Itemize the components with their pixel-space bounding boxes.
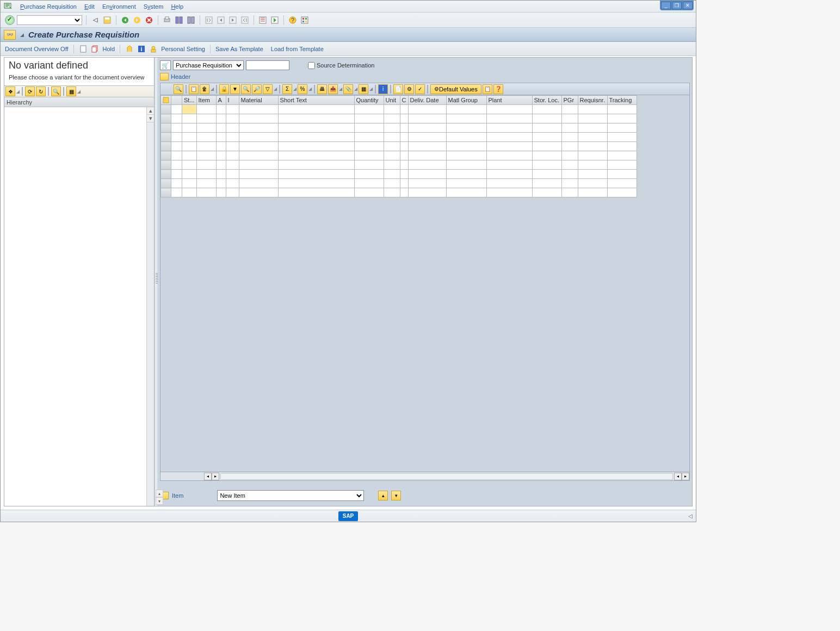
cart-icon[interactable]: 🛒: [160, 60, 171, 70]
cell[interactable]: [354, 105, 384, 114]
grid-horizontal-scrollbar[interactable]: ◂▸ ◂▸: [160, 472, 689, 480]
personal-setting-icon[interactable]: [149, 45, 158, 53]
cell[interactable]: [607, 170, 637, 179]
cell[interactable]: [182, 179, 197, 188]
source-determination-checkbox[interactable]: Source Determination: [308, 62, 374, 69]
delete-icon[interactable]: 🗑: [200, 84, 209, 94]
col-7[interactable]: Quantity: [354, 96, 384, 105]
cell[interactable]: [486, 179, 532, 188]
help2-icon[interactable]: ❓: [493, 84, 503, 94]
cell[interactable]: [226, 123, 239, 133]
cell[interactable]: [561, 188, 578, 197]
find-var-icon[interactable]: 🔍: [51, 86, 61, 96]
cell[interactable]: [384, 142, 400, 151]
item-grid[interactable]: St...ItemAIMaterialShort TextQuantityUni…: [160, 95, 689, 472]
cell[interactable]: [196, 133, 216, 142]
cell[interactable]: [384, 188, 400, 197]
cell[interactable]: [354, 151, 384, 160]
cell[interactable]: [607, 133, 637, 142]
cell[interactable]: [171, 114, 182, 123]
cell[interactable]: [561, 105, 578, 114]
cell[interactable]: [354, 170, 384, 179]
cell[interactable]: [607, 123, 637, 133]
col-15[interactable]: Requisnr.: [578, 96, 607, 105]
cancel-icon[interactable]: [144, 15, 154, 25]
create-session-icon[interactable]: [258, 15, 268, 25]
cell[interactable]: [400, 142, 408, 151]
cell[interactable]: [578, 142, 607, 151]
cell[interactable]: [216, 160, 226, 170]
item-next-button[interactable]: ▾: [391, 491, 401, 500]
cell[interactable]: [486, 133, 532, 142]
row-header[interactable]: [161, 160, 171, 170]
cell[interactable]: [607, 114, 637, 123]
cell[interactable]: [239, 114, 278, 123]
cell[interactable]: [196, 179, 216, 188]
col-11[interactable]: Matl Group: [446, 96, 486, 105]
cell[interactable]: [400, 105, 408, 114]
cell[interactable]: [226, 151, 239, 160]
cell[interactable]: [578, 188, 607, 197]
cell[interactable]: [408, 170, 446, 179]
cell[interactable]: [578, 179, 607, 188]
cell[interactable]: [486, 151, 532, 160]
cell[interactable]: [226, 188, 239, 197]
cell[interactable]: [182, 160, 197, 170]
menu-edit[interactable]: Edit: [84, 3, 95, 10]
find-icon[interactable]: [174, 15, 184, 25]
row-header[interactable]: [161, 188, 171, 197]
cell[interactable]: [226, 133, 239, 142]
title-icon[interactable]: 👓: [4, 30, 16, 40]
prev-page-icon[interactable]: [216, 15, 226, 25]
cell[interactable]: [446, 114, 486, 123]
shortcut-icon[interactable]: [270, 15, 280, 25]
cell[interactable]: [578, 170, 607, 179]
cell[interactable]: [354, 179, 384, 188]
col-4[interactable]: I: [226, 96, 239, 105]
header-folder-icon[interactable]: [160, 73, 169, 81]
pane-scroll-up[interactable]: ▴: [156, 490, 163, 497]
cell[interactable]: [384, 160, 400, 170]
cell[interactable]: [607, 142, 637, 151]
cell[interactable]: [408, 123, 446, 133]
cell[interactable]: [171, 160, 182, 170]
check-doc-icon[interactable]: [125, 45, 134, 53]
cell[interactable]: [446, 123, 486, 133]
cell[interactable]: [196, 142, 216, 151]
info2-icon[interactable]: i: [378, 84, 388, 94]
menu-system[interactable]: System: [144, 3, 164, 10]
create-icon[interactable]: [79, 45, 88, 53]
cell[interactable]: [171, 105, 182, 114]
item-prev-button[interactable]: ▴: [378, 491, 388, 500]
cell[interactable]: [607, 105, 637, 114]
hold-button[interactable]: Hold: [103, 46, 115, 52]
help-icon[interactable]: ?: [288, 15, 298, 25]
layout-icon[interactable]: ▦: [66, 86, 76, 96]
cell[interactable]: [278, 151, 354, 160]
cell[interactable]: [532, 151, 561, 160]
cell[interactable]: [408, 160, 446, 170]
col-16[interactable]: Tracking: [607, 96, 637, 105]
doc-number-input[interactable]: [246, 60, 289, 70]
adopt-icon[interactable]: ↻: [36, 86, 46, 96]
cell[interactable]: [561, 123, 578, 133]
cell[interactable]: [278, 170, 354, 179]
col-13[interactable]: Stor. Loc.: [532, 96, 561, 105]
cell[interactable]: [216, 105, 226, 114]
cell[interactable]: [216, 151, 226, 160]
enter-icon[interactable]: [5, 15, 15, 25]
cell[interactable]: [408, 142, 446, 151]
cell[interactable]: [400, 114, 408, 123]
last-page-icon[interactable]: [240, 15, 250, 25]
cell[interactable]: [408, 179, 446, 188]
cell[interactable]: [400, 160, 408, 170]
cell[interactable]: [607, 188, 637, 197]
cell[interactable]: [532, 123, 561, 133]
cell[interactable]: [400, 133, 408, 142]
minimize-button[interactable]: _: [661, 2, 671, 9]
detail-icon[interactable]: 🔍: [174, 84, 183, 94]
save-icon[interactable]: [102, 15, 112, 25]
cell[interactable]: [400, 170, 408, 179]
cell[interactable]: [561, 160, 578, 170]
cell[interactable]: [561, 133, 578, 142]
